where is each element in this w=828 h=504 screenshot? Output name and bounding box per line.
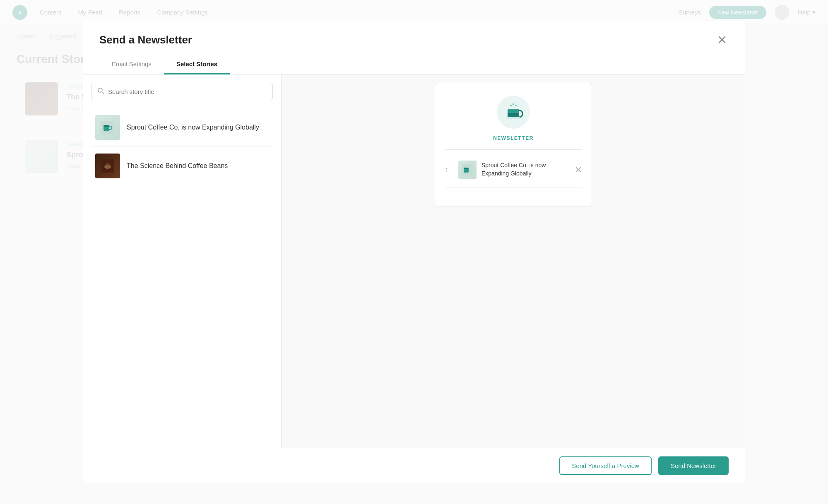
remove-story-button-1[interactable] bbox=[575, 166, 582, 173]
story-num-1: 1 bbox=[445, 166, 453, 173]
tab-email-settings[interactable]: Email Settings bbox=[99, 55, 164, 74]
newsletter-label: NEWSLETTER bbox=[493, 135, 534, 141]
story-item-1[interactable]: Sprout Coffee Co. is now Expanding Globa… bbox=[91, 108, 273, 147]
send-newsletter-modal: Send a Newsletter Email Settings Select … bbox=[83, 21, 745, 483]
story-list: Sprout Coffee Co. is now Expanding Globa… bbox=[91, 108, 273, 439]
newsletter-selected-story-1: 1 Sprout Coffee Co. is now Expanding Glo… bbox=[445, 156, 582, 183]
tab-select-stories[interactable]: Select Stories bbox=[164, 55, 230, 74]
story-panel: Sprout Coffee Co. is now Expanding Globa… bbox=[83, 74, 282, 448]
send-newsletter-button[interactable]: Send Newsletter bbox=[658, 456, 729, 475]
newsletter-icon-wrap bbox=[497, 96, 530, 129]
svg-point-15 bbox=[515, 105, 517, 106]
story-title-2: The Science Behind Coffee Beans bbox=[127, 162, 228, 170]
story-item-2[interactable]: The Science Behind Coffee Beans bbox=[91, 147, 273, 185]
svg-line-5 bbox=[102, 92, 104, 94]
modal-title: Send a Newsletter bbox=[99, 34, 192, 46]
newsletter-story-thumb-1 bbox=[458, 161, 477, 179]
story-title-1: Sprout Coffee Co. is now Expanding Globa… bbox=[127, 124, 259, 131]
story-thumb-1 bbox=[95, 115, 120, 140]
svg-rect-21 bbox=[464, 169, 469, 173]
newsletter-divider-2 bbox=[445, 187, 582, 187]
search-icon bbox=[97, 87, 104, 96]
send-preview-button[interactable]: Send Yourself a Preview bbox=[559, 456, 652, 475]
svg-point-19 bbox=[506, 117, 521, 119]
modal-tabs: Email Settings Select Stories bbox=[83, 55, 745, 74]
search-box bbox=[91, 83, 273, 100]
modal-header: Send a Newsletter bbox=[83, 21, 745, 55]
svg-rect-22 bbox=[464, 168, 469, 169]
newsletter-divider bbox=[445, 149, 582, 150]
search-input[interactable] bbox=[108, 88, 267, 95]
modal-body: Sprout Coffee Co. is now Expanding Globa… bbox=[83, 74, 745, 448]
svg-point-12 bbox=[106, 163, 110, 166]
svg-point-13 bbox=[510, 105, 512, 106]
story-thumb-2 bbox=[95, 154, 120, 178]
svg-point-14 bbox=[513, 103, 514, 105]
newsletter-story-title-1: Sprout Coffee Co. is now Expanding Globa… bbox=[481, 161, 570, 178]
modal-footer: Send Yourself a Preview Send Newsletter bbox=[83, 448, 745, 483]
newsletter-preview: NEWSLETTER 1 Sprout Coffee Co. is now Ex… bbox=[435, 83, 592, 207]
close-button[interactable] bbox=[715, 33, 729, 46]
svg-rect-18 bbox=[508, 113, 519, 117]
newsletter-panel: NEWSLETTER 1 Sprout Coffee Co. is now Ex… bbox=[282, 74, 745, 448]
